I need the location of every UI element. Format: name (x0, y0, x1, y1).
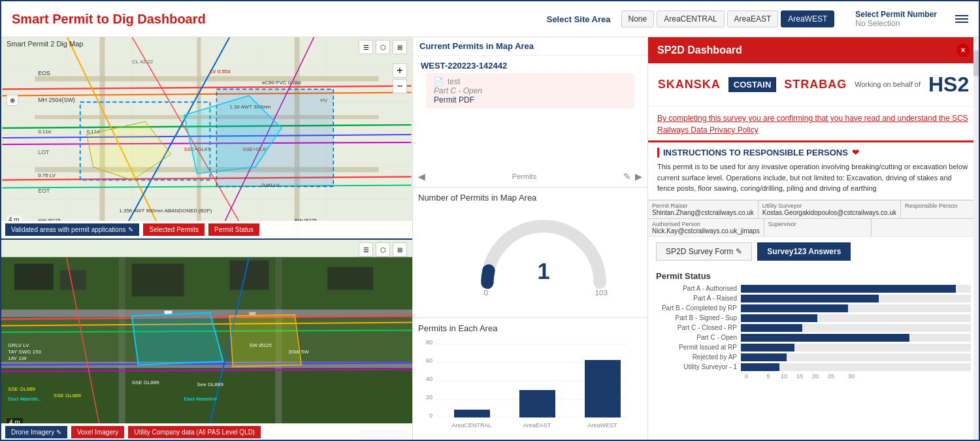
svg-text:20: 20 (426, 394, 433, 400)
gauge-title: Number of Permits in Map Area (418, 193, 536, 203)
status-x-axis: 0 5 10 15 20 25 30 (745, 373, 971, 380)
area-btn-east[interactable]: AreaEAST (727, 10, 779, 27)
status-bar-fill (741, 334, 909, 342)
svg-rect-63 (249, 312, 255, 316)
status-bar-label: Utility Surveyor - 1 (656, 363, 741, 370)
costain-logo: COSTAIN (728, 77, 777, 92)
sp2d-logo-area: SKANSKA COSTAIN STRABAG Working on behal… (648, 63, 979, 106)
status-bars-container: Part A - AuthorisedPart A - RaisedPart B… (656, 285, 971, 371)
map-grid-icon[interactable]: ⊞ (393, 40, 407, 54)
svg-rect-61 (327, 267, 373, 290)
voxel-imagery-btn[interactable]: Voxel Imagery (71, 426, 124, 438)
sp2d-close-btn[interactable]: × (956, 44, 970, 57)
permits-next-btn[interactable]: ▶ (635, 171, 642, 182)
svg-text:SSE GL889: SSE GL889 (132, 380, 160, 385)
permit-item: WEST-220223-142442 📄 test Part C - Open … (413, 56, 647, 116)
status-bar-fill (741, 363, 779, 371)
permit-name: test (448, 77, 460, 86)
area-btn-none[interactable]: None (621, 10, 655, 27)
validated-areas-btn[interactable]: Validated areas with permit applications… (5, 223, 139, 236)
svg-text:eC90 PVC 0.28d: eC90 PVC 0.28d (262, 80, 301, 86)
survey-answers-btn[interactable]: Survey123 Answers (757, 242, 851, 261)
bar-chart-title: Permits in Each Area (418, 323, 642, 333)
status-bar-label: Part A - Raised (656, 295, 741, 302)
area-btn-central[interactable]: AreaCENTRAL (657, 10, 724, 27)
privacy-link[interactable]: By completing this survey you are confir… (657, 114, 968, 135)
status-bar-track (741, 334, 971, 342)
utility-data-btn[interactable]: Utility Company data (All PAS Level QLD) (128, 426, 261, 438)
area-btn-west[interactable]: AreaWEST (781, 10, 834, 27)
top-map-canvas[interactable]: EOS MH 2504(SW) LOT EOT CL 42.22 LV 0.55… (1, 37, 412, 238)
bottom-map-canvas[interactable]: SSE GL889 SSE GL889 SSE GL889 See GL889 … (1, 240, 412, 441)
status-bar-track (741, 324, 971, 332)
permit-highlight-box: 📄 test Part C - Open Permit PDF (426, 73, 634, 108)
instructions-title: INSTRUCTIONS TO RESPONSIBLE PERSONS ❤ (657, 148, 970, 157)
svg-text:GRLV LV: GRLV LV (8, 342, 29, 348)
gauge-section: Number of Permits in Map Area 1 0 103 (413, 188, 647, 318)
select-permit-label: Select Permit Number (855, 10, 937, 19)
svg-text:SW Ø225: SW Ø225 (249, 342, 272, 348)
app-title: Smart Permit to Dig Dashboard (12, 12, 547, 27)
svg-text:3SW 5W: 3SW 5W (288, 349, 309, 355)
bottom-map-svg: SSE GL889 SSE GL889 SSE GL889 See GL889 … (1, 240, 412, 441)
edit-icon-drone: ✎ (56, 429, 61, 436)
permits-prev-btn[interactable]: ◀ (418, 171, 425, 182)
status-bar-label: Part B - Completed by RP (656, 304, 741, 312)
status-bar-label: Part B - Signed - Sup (656, 314, 741, 321)
status-bar-track (741, 304, 971, 312)
form-value-permit-raiser: Shintan.Zhang@cstcrailways.co.uk (652, 209, 754, 216)
form-cell-permit-raiser: Permit Raiser Shintan.Zhang@cstcrailways… (648, 201, 758, 218)
top-map-section[interactable]: Smart Permit 2 Dig Map (1, 37, 412, 240)
bottom-map-bottom-bar: Drone Imagery ✎ Voxel Imagery Utility Co… (1, 423, 412, 441)
selected-permits-btn[interactable]: Selected Permits (143, 223, 204, 236)
bottom-map-grid-icon[interactable]: ⊞ (393, 242, 407, 257)
hamburger-menu[interactable] (955, 15, 968, 23)
survey-form-btn[interactable]: SP2D Survey Form ✎ (656, 242, 752, 261)
status-bar-row: Part A - Raised (656, 295, 971, 302)
header-controls: Select Site Area None AreaCENTRAL AreaEA… (547, 10, 968, 28)
map-layers-icon[interactable]: ☰ (359, 40, 373, 54)
status-bar-fill (741, 304, 848, 312)
svg-text:SSE GL889: SSE GL889 (8, 386, 36, 392)
svg-rect-57 (14, 264, 54, 290)
bottom-map-basemap-icon[interactable]: ⬡ (376, 242, 390, 257)
map-picker-btn[interactable]: ⊕ (7, 95, 18, 106)
area-buttons: None AreaCENTRAL AreaEAST AreaWEST (621, 10, 835, 27)
svg-rect-59 (132, 264, 184, 297)
svg-text:60: 60 (426, 357, 433, 364)
permits-edit-btn[interactable]: ✎ (623, 171, 631, 182)
permits-nav-right: ✎ ▶ (623, 171, 642, 182)
svg-text:CL 42.22: CL 42.22 (132, 59, 154, 65)
edit-icon-validated: ✎ (128, 226, 133, 233)
map-zoom-in[interactable]: + (393, 63, 407, 78)
status-bar-fill (741, 285, 956, 293)
status-bar-label: Permit Issued at RP (656, 344, 741, 351)
permit-id[interactable]: WEST-220223-142442 (421, 61, 640, 71)
status-bar-fill (741, 324, 802, 332)
map-basemap-icon[interactable]: ⬡ (376, 40, 390, 54)
svg-rect-96 (519, 390, 555, 417)
header: Smart Permit to Dig Dashboard Select Sit… (1, 1, 979, 37)
form-value-utility-surveyor: Kostas.Georgakidopoulos@cstcrailways.co.… (762, 209, 896, 216)
status-bar-row: Utility Surveyor - 1 (656, 363, 971, 371)
form-cell-authorised-person: Authorised Person Nick.Kay@cstcrailways.… (648, 219, 764, 237)
scrollbar-thumb[interactable] (973, 50, 979, 76)
bottom-map-layers-icon[interactable]: ☰ (359, 242, 373, 257)
right-scrollbar[interactable] (973, 37, 979, 441)
drone-imagery-btn[interactable]: Drone Imagery ✎ (5, 426, 67, 438)
status-bar-track (741, 353, 971, 361)
status-bar-track (741, 314, 971, 322)
svg-text:LOT: LOT (38, 149, 50, 155)
bottom-map-section[interactable]: SSE GL889 SSE GL889 SSE GL889 See GL889 … (1, 240, 412, 441)
hamburger-line-3 (955, 22, 968, 23)
svg-text:Duct Abandon: Duct Abandon (184, 396, 217, 402)
permit-pdf-link[interactable]: Permit PDF (434, 95, 627, 105)
permit-status-btn[interactable]: Permit Status (208, 223, 259, 236)
permits-nav: ◀ Permits ✎ ▶ (413, 171, 647, 182)
svg-text:TAY SWG 150: TAY SWG 150 (8, 349, 41, 355)
map-zoom-out[interactable]: − (393, 79, 407, 93)
status-bar-track (741, 344, 971, 351)
left-panel: Smart Permit 2 Dig Map (1, 37, 413, 441)
svg-text:103: 103 (595, 288, 608, 297)
instructions-text: This permit is to be used for any invasi… (657, 161, 970, 194)
